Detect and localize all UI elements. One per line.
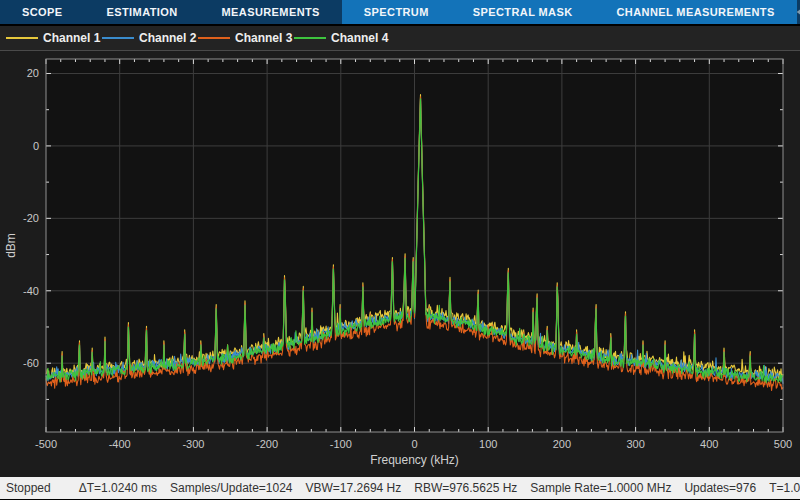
- svg-text:200: 200: [553, 438, 571, 450]
- svg-text:-500: -500: [35, 438, 57, 450]
- status-vbw: VBW=17.2694 Hz: [306, 481, 402, 495]
- svg-text:300: 300: [626, 438, 644, 450]
- svg-text:100: 100: [479, 438, 497, 450]
- status-updates: Updates=976: [684, 481, 756, 495]
- svg-text:-60: -60: [23, 357, 39, 369]
- legend: Channel 1 Channel 2 Channel 3 Channel 4: [0, 26, 800, 51]
- legend-label-channel-4: Channel 4: [331, 31, 388, 45]
- svg-text:-200: -200: [256, 438, 278, 450]
- tab-estimation[interactable]: ESTIMATION: [85, 0, 200, 24]
- svg-text:500: 500: [774, 438, 792, 450]
- status-bar: Stopped ΔT=1.0240 ms Samples/Update=1024…: [0, 477, 800, 499]
- tab-measurements[interactable]: MEASUREMENTS: [200, 0, 342, 24]
- legend-item-channel-1[interactable]: Channel 1: [6, 31, 102, 45]
- status-time: T=1.0000: [769, 481, 800, 495]
- legend-label-channel-3: Channel 3: [235, 31, 292, 45]
- channel-3-line-icon: [198, 37, 230, 39]
- legend-label-channel-2: Channel 2: [139, 31, 196, 45]
- svg-text:400: 400: [700, 438, 718, 450]
- svg-text:-300: -300: [182, 438, 204, 450]
- legend-label-channel-1: Channel 1: [43, 31, 100, 45]
- legend-item-channel-3[interactable]: Channel 3: [198, 31, 294, 45]
- toolstrip-tab-bar: SCOPE ESTIMATION MEASUREMENTS SPECTRUM S…: [0, 0, 800, 26]
- svg-text:-20: -20: [23, 212, 39, 224]
- legend-item-channel-2[interactable]: Channel 2: [102, 31, 198, 45]
- channel-1-line-icon: [6, 37, 38, 39]
- channel-2-line-icon: [102, 37, 134, 39]
- status-samples-per-update: Samples/Update=1024: [170, 481, 292, 495]
- tab-scope[interactable]: SCOPE: [0, 0, 85, 24]
- tab-spectrum[interactable]: SPECTRUM: [342, 0, 451, 24]
- svg-text:-100: -100: [330, 438, 352, 450]
- svg-text:20: 20: [27, 67, 39, 79]
- tab-channel-measurements[interactable]: CHANNEL MEASUREMENTS: [595, 0, 797, 24]
- status-sample-rate: Sample Rate=1.0000 MHz: [530, 481, 671, 495]
- status-state: Stopped: [6, 481, 51, 495]
- status-delta-t: ΔT=1.0240 ms: [79, 481, 157, 495]
- svg-text:0: 0: [33, 140, 39, 152]
- spectrum-figure: -500-400-300-200-1000100200300400500200-…: [0, 51, 800, 477]
- spectrum-plot[interactable]: -500-400-300-200-1000100200300400500200-…: [0, 51, 800, 477]
- status-rbw: RBW=976.5625 Hz: [414, 481, 517, 495]
- svg-text:0: 0: [411, 438, 417, 450]
- help-area: ?: [797, 0, 800, 24]
- channel-4-line-icon: [294, 37, 326, 39]
- svg-text:dBm: dBm: [4, 233, 18, 258]
- legend-item-channel-4[interactable]: Channel 4: [294, 31, 390, 45]
- help-button[interactable]: ?: [797, 2, 800, 22]
- svg-text:Frequency (kHz): Frequency (kHz): [370, 453, 459, 467]
- active-tab-group: SPECTRUM SPECTRAL MASK CHANNEL MEASUREME…: [342, 0, 797, 24]
- svg-text:-400: -400: [109, 438, 131, 450]
- tab-spectral-mask[interactable]: SPECTRAL MASK: [451, 0, 595, 24]
- svg-text:-40: -40: [23, 285, 39, 297]
